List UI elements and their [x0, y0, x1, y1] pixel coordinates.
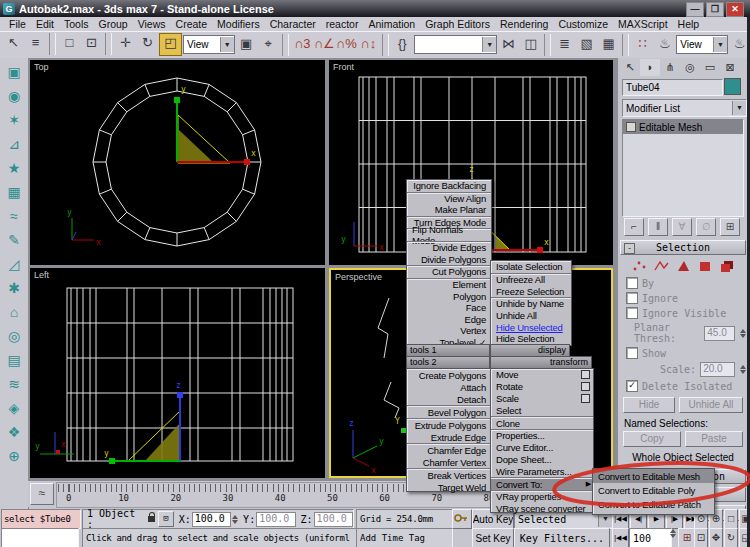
menu-item-break-vertices[interactable]: Break Vertices: [407, 468, 491, 481]
menu-item-convert-to-editable-mesh[interactable]: Convert to Editable Mesh: [593, 469, 714, 483]
tool-cross-icon[interactable]: ⌂: [3, 300, 25, 324]
menu-item-attach[interactable]: Attach: [407, 381, 491, 393]
settings-box-icon[interactable]: [581, 382, 590, 391]
x-coordinate-field[interactable]: 100.0: [192, 512, 231, 527]
menu-item-divide-edges[interactable]: Divide Edges: [407, 241, 491, 254]
pan-icon[interactable]: ✥: [709, 528, 723, 547]
tool-figure-icon[interactable]: ⊕: [3, 444, 25, 468]
tab-create-icon[interactable]: ↖: [620, 59, 640, 76]
ignore-backfacing-checkbox[interactable]: [626, 292, 638, 304]
add-time-tag[interactable]: Add Time Tag: [356, 528, 453, 547]
menu-item-vray-scene-converter[interactable]: VRay scene converter: [491, 503, 593, 515]
menu-item-scale[interactable]: Scale: [491, 393, 593, 405]
select-by-name-icon[interactable]: ≡: [25, 33, 46, 54]
polygon-mode-icon[interactable]: [698, 260, 713, 272]
menu-item-clone[interactable]: Clone: [491, 416, 593, 429]
viewport-top[interactable]: Top yxyx: [30, 60, 325, 265]
menu-item-curve-editor[interactable]: Curve Editor...: [491, 442, 593, 454]
configure-modifier-sets-icon[interactable]: ⊞: [720, 218, 740, 236]
spinner-arrows[interactable]: [232, 515, 238, 524]
tool-hand-icon[interactable]: ◎: [3, 324, 25, 348]
menu-item-convert-to-editable-patch[interactable]: Convert to Editable Patch: [593, 498, 714, 512]
edge-mode-icon[interactable]: [654, 260, 669, 272]
tool-elbow-icon[interactable]: ◿: [3, 252, 25, 276]
set-keys-button[interactable]: [452, 509, 472, 529]
mirror-icon[interactable]: ⋈: [498, 34, 519, 55]
menu-item-customize[interactable]: Customize: [553, 18, 613, 30]
by-vertex-checkbox[interactable]: [626, 277, 638, 289]
menu-item-convert-to[interactable]: Convert To:▶: [491, 477, 593, 490]
menu-item-create-polygons[interactable]: Create Polygons: [407, 369, 491, 381]
tool-shirt-icon[interactable]: ◉: [3, 84, 25, 108]
menu-item-properties[interactable]: Properties...: [491, 429, 593, 442]
named-selection-dropdown[interactable]: ▼: [414, 35, 497, 54]
key-filters-button[interactable]: Key Filters...: [514, 528, 610, 547]
window-crossing-icon[interactable]: ⊡: [81, 33, 102, 54]
menu-item-reactor[interactable]: reactor: [321, 18, 364, 30]
element-mode-icon[interactable]: [720, 260, 735, 272]
tool-pin-icon[interactable]: ⊿: [3, 132, 25, 156]
snap-toggle-3d-icon[interactable]: ∩3: [292, 34, 313, 55]
settings-box-icon[interactable]: [581, 370, 590, 379]
mini-curve-editor-button[interactable]: ≈: [30, 483, 54, 505]
close-button[interactable]: ✕: [726, 2, 744, 17]
paste-button[interactable]: Paste: [685, 431, 743, 447]
menu-item-target-weld[interactable]: Target Weld: [407, 481, 491, 493]
menu-item-ignore-backfacing[interactable]: Ignore Backfacing: [407, 180, 491, 192]
viewport-left[interactable]: Left zyyx: [30, 268, 325, 478]
chevron-down-icon[interactable]: ▼: [220, 37, 234, 52]
curve-editor-icon[interactable]: ▧: [576, 34, 597, 55]
spinner-arrows[interactable]: [740, 365, 746, 374]
go-to-start-button[interactable]: |◀◀: [612, 528, 629, 547]
rect-selection-region-icon[interactable]: □: [59, 33, 80, 54]
chevron-down-icon[interactable]: ▼: [713, 37, 727, 52]
menu-item-modifiers[interactable]: Modifiers: [212, 18, 265, 30]
menu-item-extrude-edge[interactable]: Extrude Edge: [407, 431, 491, 443]
maxscript-input-line[interactable]: [1, 528, 79, 547]
menu-item-edit[interactable]: Edit: [31, 18, 59, 30]
viewport-perspective-label[interactable]: Perspective: [335, 272, 382, 282]
menu-item-rendering[interactable]: Rendering: [495, 18, 553, 30]
menu-item-file[interactable]: File: [4, 18, 31, 30]
menu-item-isolate-selection[interactable]: Isolate Selection: [491, 261, 571, 273]
spinner-arrows[interactable]: [670, 529, 676, 538]
collapse-icon[interactable]: -: [624, 243, 635, 254]
show-checkbox[interactable]: [626, 347, 638, 359]
face-mode-icon[interactable]: [676, 260, 691, 272]
make-unique-icon[interactable]: ∀: [672, 218, 692, 236]
menu-item-polygon[interactable]: Polygon: [407, 290, 491, 302]
menu-item-element[interactable]: Element: [407, 278, 491, 291]
tool-pages-icon[interactable]: ▤: [3, 348, 25, 372]
menu-item-move[interactable]: Move: [491, 369, 593, 381]
menu-item-rotate[interactable]: Rotate: [491, 381, 593, 393]
align-icon[interactable]: ◫: [520, 34, 541, 55]
region-zoom-icon[interactable]: ⊡: [694, 528, 708, 547]
tab-display-icon[interactable]: ▭: [700, 59, 720, 76]
select-manipulate-icon[interactable]: ⌖: [258, 34, 279, 55]
tab-hierarchy-icon[interactable]: ⋔: [660, 59, 680, 76]
select-rotate-icon[interactable]: ↻: [137, 33, 158, 54]
select-move-icon[interactable]: ✛: [115, 33, 136, 54]
object-color-swatch[interactable]: [724, 78, 741, 95]
menu-item-vertex[interactable]: Vertex: [407, 325, 491, 337]
menu-item-dope-sheet[interactable]: Dope Sheet...: [491, 454, 593, 466]
menu-item-convert-to-editable-poly[interactable]: Convert to Editable Poly: [593, 483, 714, 497]
tool-knot-icon[interactable]: ◈: [3, 396, 25, 420]
menu-item-face[interactable]: Face: [407, 302, 491, 314]
tab-modify-icon[interactable]: ◗: [640, 59, 660, 76]
spinner-snap-icon[interactable]: ∩↕: [358, 34, 379, 55]
modifier-stack[interactable]: Editable Mesh: [622, 119, 744, 217]
unhide-all-button[interactable]: Unhide All: [679, 397, 743, 413]
angle-snap-icon[interactable]: ∩∠: [314, 34, 335, 55]
menu-item-animation[interactable]: Animation: [363, 18, 420, 30]
menu-item-divide-polygons[interactable]: Divide Polygons: [407, 254, 491, 266]
reference-coordinate-dropdown[interactable]: View ▼: [183, 35, 235, 54]
selection-rollout-header[interactable]: - Selection: [620, 240, 746, 255]
viewport-front-label[interactable]: Front: [333, 62, 354, 72]
pin-stack-icon[interactable]: ⌐: [624, 218, 644, 236]
minimize-button[interactable]: —: [686, 2, 704, 17]
scale-field[interactable]: 20.0: [700, 362, 735, 377]
arc-rotate-icon[interactable]: ↻: [724, 528, 738, 547]
menu-item-maxscript[interactable]: MAXScript: [613, 18, 673, 30]
menu-item-extrude-polygons[interactable]: Extrude Polygons: [407, 418, 491, 431]
